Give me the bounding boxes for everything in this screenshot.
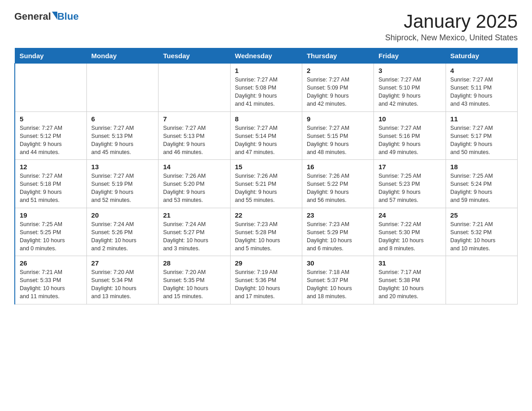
calendar-cell: 4Sunrise: 7:27 AM Sunset: 5:11 PM Daylig… [446, 64, 517, 112]
day-info: Sunrise: 7:22 AM Sunset: 5:30 PM Dayligh… [378, 220, 441, 253]
calendar-cell [446, 256, 517, 304]
day-number: 25 [450, 211, 513, 219]
day-number: 6 [91, 115, 154, 123]
day-info: Sunrise: 7:19 AM Sunset: 5:36 PM Dayligh… [235, 268, 297, 301]
day-info: Sunrise: 7:25 AM Sunset: 5:24 PM Dayligh… [450, 172, 513, 205]
day-number: 20 [91, 211, 154, 219]
day-of-week-header: Saturday [446, 48, 517, 64]
calendar-cell: 7Sunrise: 7:27 AM Sunset: 5:13 PM Daylig… [159, 111, 230, 160]
calendar-cell: 15Sunrise: 7:26 AM Sunset: 5:21 PM Dayli… [230, 160, 302, 208]
day-number: 24 [378, 211, 441, 219]
day-number: 16 [307, 163, 369, 171]
calendar-cell: 26Sunrise: 7:21 AM Sunset: 5:33 PM Dayli… [15, 256, 86, 304]
day-number: 23 [307, 211, 369, 219]
day-info: Sunrise: 7:27 AM Sunset: 5:11 PM Dayligh… [450, 76, 513, 108]
day-info: Sunrise: 7:23 AM Sunset: 5:29 PM Dayligh… [307, 220, 369, 253]
calendar-cell: 18Sunrise: 7:25 AM Sunset: 5:24 PM Dayli… [446, 160, 517, 208]
calendar-cell [15, 64, 86, 112]
calendar-cell: 10Sunrise: 7:27 AM Sunset: 5:16 PM Dayli… [374, 111, 446, 160]
day-number: 5 [20, 115, 82, 123]
day-of-week-header: Friday [374, 48, 446, 64]
calendar-cell: 11Sunrise: 7:27 AM Sunset: 5:17 PM Dayli… [446, 111, 517, 160]
calendar-cell: 13Sunrise: 7:27 AM Sunset: 5:19 PM Dayli… [86, 160, 158, 208]
day-info: Sunrise: 7:27 AM Sunset: 5:12 PM Dayligh… [20, 124, 82, 157]
day-of-week-header: Monday [86, 48, 158, 64]
logo-triangle-icon [52, 12, 57, 20]
day-info: Sunrise: 7:27 AM Sunset: 5:13 PM Dayligh… [163, 124, 225, 157]
day-info: Sunrise: 7:20 AM Sunset: 5:35 PM Dayligh… [163, 268, 225, 301]
calendar-cell: 23Sunrise: 7:23 AM Sunset: 5:29 PM Dayli… [302, 208, 373, 256]
day-info: Sunrise: 7:23 AM Sunset: 5:28 PM Dayligh… [235, 220, 297, 253]
day-of-week-header: Wednesday [230, 48, 302, 64]
calendar-cell: 24Sunrise: 7:22 AM Sunset: 5:30 PM Dayli… [374, 208, 446, 256]
calendar-cell: 31Sunrise: 7:17 AM Sunset: 5:38 PM Dayli… [374, 256, 446, 304]
calendar-cell: 3Sunrise: 7:27 AM Sunset: 5:10 PM Daylig… [374, 64, 446, 112]
day-number: 11 [450, 115, 513, 123]
calendar-cell [159, 64, 230, 112]
day-info: Sunrise: 7:17 AM Sunset: 5:38 PM Dayligh… [378, 268, 441, 301]
day-info: Sunrise: 7:27 AM Sunset: 5:09 PM Dayligh… [307, 76, 369, 108]
day-number: 29 [235, 259, 297, 267]
day-of-week-header: Sunday [15, 48, 86, 64]
calendar-cell: 2Sunrise: 7:27 AM Sunset: 5:09 PM Daylig… [302, 64, 373, 112]
day-number: 19 [20, 211, 82, 219]
calendar-cell: 19Sunrise: 7:25 AM Sunset: 5:25 PM Dayli… [15, 208, 86, 256]
calendar-cell: 1Sunrise: 7:27 AM Sunset: 5:08 PM Daylig… [230, 64, 302, 112]
calendar-week-row: 1Sunrise: 7:27 AM Sunset: 5:08 PM Daylig… [15, 64, 518, 112]
day-info: Sunrise: 7:27 AM Sunset: 5:15 PM Dayligh… [307, 124, 369, 157]
day-number: 9 [307, 115, 369, 123]
calendar-cell: 6Sunrise: 7:27 AM Sunset: 5:13 PM Daylig… [86, 111, 158, 160]
day-info: Sunrise: 7:24 AM Sunset: 5:27 PM Dayligh… [163, 220, 225, 253]
day-info: Sunrise: 7:20 AM Sunset: 5:34 PM Dayligh… [91, 268, 154, 301]
logo-blue-text: Blue [57, 11, 79, 22]
day-info: Sunrise: 7:25 AM Sunset: 5:23 PM Dayligh… [378, 172, 441, 205]
calendar-cell: 16Sunrise: 7:26 AM Sunset: 5:22 PM Dayli… [302, 160, 373, 208]
day-info: Sunrise: 7:27 AM Sunset: 5:10 PM Dayligh… [378, 76, 441, 108]
day-info: Sunrise: 7:18 AM Sunset: 5:37 PM Dayligh… [307, 268, 369, 301]
calendar-week-row: 26Sunrise: 7:21 AM Sunset: 5:33 PM Dayli… [15, 256, 518, 304]
day-info: Sunrise: 7:24 AM Sunset: 5:26 PM Dayligh… [91, 220, 154, 253]
day-info: Sunrise: 7:27 AM Sunset: 5:17 PM Dayligh… [450, 124, 513, 157]
calendar-cell [86, 64, 158, 112]
day-number: 21 [163, 211, 225, 219]
day-number: 3 [378, 67, 441, 74]
calendar-cell: 14Sunrise: 7:26 AM Sunset: 5:20 PM Dayli… [159, 160, 230, 208]
day-info: Sunrise: 7:27 AM Sunset: 5:16 PM Dayligh… [378, 124, 441, 157]
day-number: 28 [163, 259, 225, 267]
day-number: 4 [450, 67, 513, 74]
day-number: 13 [91, 163, 154, 171]
calendar-cell: 22Sunrise: 7:23 AM Sunset: 5:28 PM Dayli… [230, 208, 302, 256]
logo-general-text: General [14, 11, 51, 22]
header-row: SundayMondayTuesdayWednesdayThursdayFrid… [15, 48, 518, 64]
day-info: Sunrise: 7:27 AM Sunset: 5:08 PM Dayligh… [235, 76, 297, 108]
day-info: Sunrise: 7:26 AM Sunset: 5:22 PM Dayligh… [307, 172, 369, 205]
calendar-cell: 5Sunrise: 7:27 AM Sunset: 5:12 PM Daylig… [15, 111, 86, 160]
day-info: Sunrise: 7:21 AM Sunset: 5:32 PM Dayligh… [450, 220, 513, 253]
calendar-table: SundayMondayTuesdayWednesdayThursdayFrid… [14, 48, 518, 304]
calendar-week-row: 12Sunrise: 7:27 AM Sunset: 5:18 PM Dayli… [15, 160, 518, 208]
day-number: 12 [20, 163, 82, 171]
day-number: 30 [307, 259, 369, 267]
calendar-cell: 20Sunrise: 7:24 AM Sunset: 5:26 PM Dayli… [86, 208, 158, 256]
calendar-cell: 12Sunrise: 7:27 AM Sunset: 5:18 PM Dayli… [15, 160, 86, 208]
day-number: 14 [163, 163, 225, 171]
calendar-week-row: 5Sunrise: 7:27 AM Sunset: 5:12 PM Daylig… [15, 111, 518, 160]
day-number: 15 [235, 163, 297, 171]
day-number: 2 [307, 67, 369, 74]
day-info: Sunrise: 7:25 AM Sunset: 5:25 PM Dayligh… [20, 220, 82, 253]
day-info: Sunrise: 7:27 AM Sunset: 5:19 PM Dayligh… [91, 172, 154, 205]
day-info: Sunrise: 7:21 AM Sunset: 5:33 PM Dayligh… [20, 268, 82, 301]
day-number: 1 [235, 67, 297, 74]
day-number: 27 [91, 259, 154, 267]
day-number: 7 [163, 115, 225, 123]
day-info: Sunrise: 7:27 AM Sunset: 5:18 PM Dayligh… [20, 172, 82, 205]
calendar-week-row: 19Sunrise: 7:25 AM Sunset: 5:25 PM Dayli… [15, 208, 518, 256]
day-of-week-header: Tuesday [159, 48, 230, 64]
calendar-title: January 2025 [385, 11, 518, 32]
page-header: General Blue January 2025 Shiprock, New … [14, 11, 518, 43]
day-info: Sunrise: 7:26 AM Sunset: 5:20 PM Dayligh… [163, 172, 225, 205]
calendar-cell: 21Sunrise: 7:24 AM Sunset: 5:27 PM Dayli… [159, 208, 230, 256]
day-number: 17 [378, 163, 441, 171]
calendar-cell: 30Sunrise: 7:18 AM Sunset: 5:37 PM Dayli… [302, 256, 373, 304]
title-block: January 2025 Shiprock, New Mexico, Unite… [385, 11, 518, 43]
